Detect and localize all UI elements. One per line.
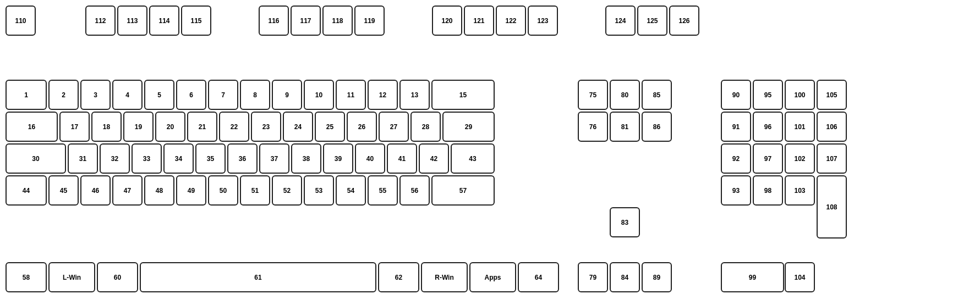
key-k12[interactable]: 12 <box>368 80 398 110</box>
key-k93[interactable]: 93 <box>721 175 751 206</box>
key-k76[interactable]: 76 <box>578 112 608 142</box>
key-k31[interactable]: 31 <box>68 143 98 174</box>
key-k119[interactable]: 119 <box>354 5 385 36</box>
key-k9[interactable]: 9 <box>272 80 302 110</box>
key-k10[interactable]: 10 <box>304 80 334 110</box>
key-k22[interactable]: 22 <box>219 112 249 142</box>
key-k115[interactable]: 115 <box>181 5 211 36</box>
key-k45[interactable]: 45 <box>48 175 79 206</box>
key-k107[interactable]: 107 <box>817 143 847 174</box>
key-k110[interactable]: 110 <box>6 5 36 36</box>
key-k1[interactable]: 1 <box>6 80 47 110</box>
key-k16[interactable]: 16 <box>6 112 58 142</box>
key-k35[interactable]: 35 <box>195 143 226 174</box>
key-k121[interactable]: 121 <box>464 5 494 36</box>
key-k47[interactable]: 47 <box>112 175 143 206</box>
key-k49[interactable]: 49 <box>176 175 206 206</box>
key-k33[interactable]: 33 <box>132 143 162 174</box>
key-k53[interactable]: 53 <box>304 175 334 206</box>
key-k39[interactable]: 39 <box>323 143 353 174</box>
key-k52[interactable]: 52 <box>272 175 302 206</box>
key-k102[interactable]: 102 <box>785 143 815 174</box>
key-k117[interactable]: 117 <box>291 5 321 36</box>
key-k114[interactable]: 114 <box>149 5 179 36</box>
key-k101[interactable]: 101 <box>785 112 815 142</box>
key-k108[interactable]: 108 <box>817 175 847 239</box>
key-k126[interactable]: 126 <box>669 5 699 36</box>
key-k84[interactable]: 84 <box>610 262 640 292</box>
key-k60[interactable]: 60 <box>97 262 138 292</box>
key-k58[interactable]: 58 <box>6 262 47 292</box>
key-k62[interactable]: 62 <box>378 262 419 292</box>
key-k23[interactable]: 23 <box>251 112 281 142</box>
key-k7[interactable]: 7 <box>208 80 238 110</box>
key-k11[interactable]: 11 <box>336 80 366 110</box>
key-k96[interactable]: 96 <box>753 112 783 142</box>
key-k51[interactable]: 51 <box>240 175 270 206</box>
key-k34[interactable]: 34 <box>163 143 194 174</box>
key-k92[interactable]: 92 <box>721 143 751 174</box>
key-k28[interactable]: 28 <box>410 112 441 142</box>
key-k80[interactable]: 80 <box>610 80 640 110</box>
key-k55[interactable]: 55 <box>368 175 398 206</box>
key-k124[interactable]: 124 <box>605 5 636 36</box>
key-k20[interactable]: 20 <box>155 112 185 142</box>
key-k18[interactable]: 18 <box>91 112 122 142</box>
key-k120[interactable]: 120 <box>432 5 462 36</box>
key-k105[interactable]: 105 <box>817 80 847 110</box>
key-k15[interactable]: 15 <box>431 80 495 110</box>
key-k38[interactable]: 38 <box>291 143 321 174</box>
key-k86[interactable]: 86 <box>642 112 672 142</box>
key-k90[interactable]: 90 <box>721 80 751 110</box>
key-k3[interactable]: 3 <box>80 80 111 110</box>
key-k61[interactable]: 61 <box>140 262 376 292</box>
key-k17[interactable]: 17 <box>59 112 90 142</box>
key-k25[interactable]: 25 <box>315 112 345 142</box>
key-k118[interactable]: 118 <box>322 5 353 36</box>
key-k56[interactable]: 56 <box>399 175 430 206</box>
key-k21[interactable]: 21 <box>187 112 217 142</box>
key-k19[interactable]: 19 <box>123 112 154 142</box>
key-k37[interactable]: 37 <box>259 143 289 174</box>
key-k44[interactable]: 44 <box>6 175 47 206</box>
key-k42[interactable]: 42 <box>419 143 449 174</box>
key-k112[interactable]: 112 <box>85 5 116 36</box>
key-k_lwin[interactable]: L-Win <box>48 262 95 292</box>
key-k125[interactable]: 125 <box>637 5 667 36</box>
key-k8[interactable]: 8 <box>240 80 270 110</box>
key-k46[interactable]: 46 <box>80 175 111 206</box>
key-k29[interactable]: 29 <box>442 112 495 142</box>
key-k32[interactable]: 32 <box>100 143 130 174</box>
key-k40[interactable]: 40 <box>355 143 385 174</box>
key-k54[interactable]: 54 <box>336 175 366 206</box>
key-k27[interactable]: 27 <box>379 112 409 142</box>
key-k106[interactable]: 106 <box>817 112 847 142</box>
key-k123[interactable]: 123 <box>528 5 558 36</box>
key-k85[interactable]: 85 <box>642 80 672 110</box>
key-k81[interactable]: 81 <box>610 112 640 142</box>
key-k_apps[interactable]: Apps <box>469 262 516 292</box>
key-k116[interactable]: 116 <box>259 5 289 36</box>
key-k6[interactable]: 6 <box>176 80 206 110</box>
key-k89[interactable]: 89 <box>642 262 672 292</box>
key-k95[interactable]: 95 <box>753 80 783 110</box>
key-k113[interactable]: 113 <box>117 5 147 36</box>
key-k26[interactable]: 26 <box>347 112 377 142</box>
key-k43[interactable]: 43 <box>451 143 495 174</box>
key-k83[interactable]: 83 <box>610 207 640 237</box>
key-k103[interactable]: 103 <box>785 175 815 206</box>
key-k24[interactable]: 24 <box>283 112 313 142</box>
key-k41[interactable]: 41 <box>387 143 417 174</box>
key-k5[interactable]: 5 <box>144 80 174 110</box>
key-k48[interactable]: 48 <box>144 175 174 206</box>
key-k4[interactable]: 4 <box>112 80 143 110</box>
key-k100[interactable]: 100 <box>785 80 815 110</box>
key-k64[interactable]: 64 <box>518 262 559 292</box>
key-k75[interactable]: 75 <box>578 80 608 110</box>
key-k104[interactable]: 104 <box>785 262 815 292</box>
key-k2[interactable]: 2 <box>48 80 79 110</box>
key-k50[interactable]: 50 <box>208 175 238 206</box>
key-k_rwin[interactable]: R-Win <box>421 262 468 292</box>
key-k30[interactable]: 30 <box>6 143 66 174</box>
key-k97[interactable]: 97 <box>753 143 783 174</box>
